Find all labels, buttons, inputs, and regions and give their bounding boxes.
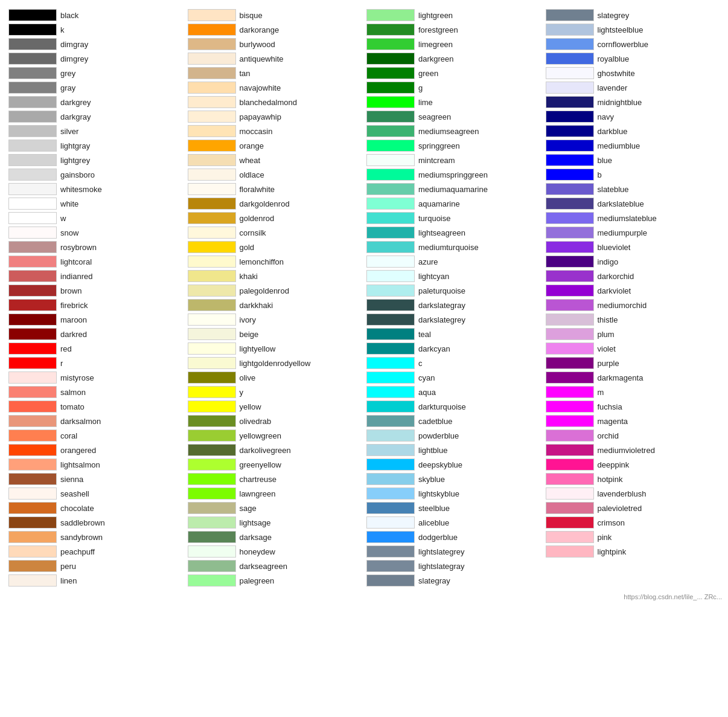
color-item: lawngreen <box>188 487 362 500</box>
color-item: olive <box>188 371 362 384</box>
color-swatch <box>366 516 415 529</box>
color-item: powderblue <box>366 429 541 442</box>
color-swatch <box>366 227 415 239</box>
color-grid: blackkdimgraydimgreygreygraydarkgreydark… <box>6 6 722 590</box>
color-name: papayawhip <box>240 112 281 121</box>
color-swatch <box>546 96 594 108</box>
color-swatch <box>366 473 415 485</box>
color-name: c <box>418 359 423 368</box>
color-swatch <box>366 256 415 268</box>
color-swatch <box>188 458 236 471</box>
color-name: darkseagreen <box>240 562 288 571</box>
color-swatch <box>366 415 415 427</box>
color-item: darkcyan <box>366 342 541 355</box>
color-swatch <box>8 227 57 239</box>
color-name: linen <box>60 576 77 585</box>
color-name: indianred <box>60 272 93 281</box>
color-swatch <box>366 125 415 137</box>
color-swatch <box>366 270 415 282</box>
color-swatch <box>546 212 594 224</box>
color-item: oldlace <box>188 168 362 181</box>
color-swatch <box>546 125 594 137</box>
color-swatch <box>366 560 415 572</box>
color-item: yellowgreen <box>188 429 362 442</box>
color-name: sandybrown <box>60 533 103 542</box>
color-name: darkslategray <box>418 301 465 310</box>
color-swatch <box>366 487 415 500</box>
color-item: cornsilk <box>188 226 362 239</box>
color-swatch <box>188 154 236 166</box>
color-item: darkorange <box>188 23 362 36</box>
color-name: darksalmon <box>60 417 101 426</box>
color-name: sienna <box>60 475 83 484</box>
color-swatch <box>8 299 57 311</box>
color-name: m <box>598 388 604 397</box>
color-swatch <box>366 574 415 587</box>
color-item: moccasin <box>188 124 362 138</box>
color-item: orange <box>188 139 362 152</box>
color-name: teal <box>418 330 431 339</box>
color-swatch <box>188 270 236 282</box>
color-name: hotpink <box>598 475 623 484</box>
color-swatch <box>8 545 57 558</box>
color-swatch <box>546 38 594 50</box>
color-item: tan <box>188 66 362 80</box>
color-swatch <box>8 574 57 587</box>
color-swatch <box>546 531 594 543</box>
color-item: darksage <box>188 530 362 544</box>
color-swatch <box>188 53 236 65</box>
color-name: lightcyan <box>418 272 449 281</box>
color-item: peru <box>8 559 183 573</box>
color-name: coral <box>60 431 77 440</box>
color-name: darkslateblue <box>598 199 644 208</box>
color-item: dimgrey <box>8 52 183 65</box>
color-swatch <box>188 328 236 340</box>
color-item: plum <box>546 327 720 341</box>
color-swatch <box>366 371 415 384</box>
color-swatch <box>366 24 415 36</box>
color-item: ivory <box>188 313 362 326</box>
color-swatch <box>188 429 236 442</box>
color-swatch <box>546 82 594 94</box>
color-swatch <box>188 38 236 50</box>
color-swatch <box>366 198 415 210</box>
color-item: lightpink <box>546 545 720 558</box>
color-item: c <box>366 356 541 370</box>
color-name: pink <box>598 533 612 542</box>
color-item: mediumblue <box>546 139 720 152</box>
color-name: y <box>240 388 244 397</box>
color-name: orangered <box>60 446 96 455</box>
color-column-1: bisquedarkorangeburlywoodantiquewhitetan… <box>185 6 365 590</box>
color-name: cadetblue <box>418 417 452 426</box>
color-item: mediumseagreen <box>366 124 541 138</box>
color-item: gainsboro <box>8 168 183 181</box>
color-name: lightpink <box>598 547 627 556</box>
color-swatch <box>8 9 57 21</box>
color-swatch <box>8 328 57 340</box>
color-swatch <box>546 169 594 181</box>
color-swatch <box>546 458 594 471</box>
color-swatch <box>366 458 415 471</box>
color-swatch <box>188 24 236 36</box>
color-name: mediumturquoise <box>418 243 479 252</box>
color-name: crimson <box>598 518 625 527</box>
color-name: cyan <box>418 373 435 382</box>
color-name: maroon <box>60 315 87 324</box>
color-item: white <box>8 197 183 210</box>
color-name: blueviolet <box>598 243 631 252</box>
color-item: maroon <box>8 313 183 326</box>
color-item: lavender <box>546 81 720 94</box>
color-item: lightgray <box>8 139 183 152</box>
color-item: darkslateblue <box>546 197 720 210</box>
color-item: slateblue <box>546 182 720 196</box>
color-name: lightblue <box>418 446 447 455</box>
footer-text: https://blog.csdn.net/lile_... ZRc... <box>6 593 722 600</box>
color-swatch <box>366 9 415 21</box>
color-swatch <box>546 183 594 195</box>
color-item: azure <box>366 255 541 268</box>
color-name: gray <box>60 83 75 92</box>
color-name: goldenrod <box>240 214 275 223</box>
color-name: bisque <box>240 11 263 20</box>
color-name: blanchedalmond <box>240 98 297 107</box>
color-swatch <box>546 386 594 398</box>
